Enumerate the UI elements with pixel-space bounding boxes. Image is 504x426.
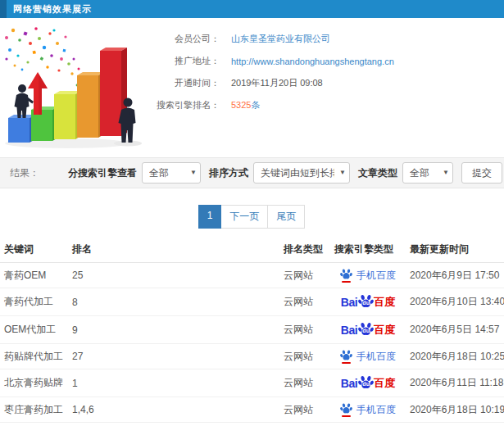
info-row-company: 会员公司： 山东皇圣堂药业有限公司	[154, 28, 504, 50]
mobile-baidu-badge: 手机百度	[340, 268, 396, 283]
baidu-logo: Baidu百度	[341, 374, 395, 392]
article-type-select-wrap: 全部 ▼	[402, 162, 453, 184]
keyword-cell: 药贴牌代加工	[0, 344, 68, 369]
baidu-paw-wrap: du	[358, 321, 374, 337]
table-row: 医疗器械厂家 4 云网站 Baidu百度 2020年5月29日 10:32	[0, 423, 504, 426]
open-time-value: 2019年11月20日 09:08	[231, 77, 323, 89]
page-1-button[interactable]: 1	[198, 205, 222, 229]
engine-cell: 手机百度	[330, 344, 406, 369]
next-page-button[interactable]: 下一页	[220, 205, 268, 229]
update-time-cell: 2020年6月5日 14:57	[406, 316, 504, 344]
baidu-cn-text: 百度	[374, 323, 395, 338]
keyword-cell: 膏药OEM	[0, 263, 68, 288]
rank-link[interactable]: 8	[68, 288, 279, 316]
filter-bar: 结果： 分搜索引擎查看 全部 ▼ 排序方式 关键词由短到长排序 ▼ 文章类型 全…	[0, 157, 504, 188]
growth-bar-chart-illustration	[0, 23, 152, 154]
last-page-button[interactable]: 尾页	[267, 205, 305, 229]
info-row-rank-count: 搜索引擎排名： 5325条	[154, 94, 504, 116]
submit-button[interactable]: 提交	[461, 162, 502, 184]
rank-type-cell: 云网站	[279, 263, 330, 288]
baidu-paw-wrap: du	[358, 374, 374, 390]
update-time-cell: 2020年6月10日 13:40	[406, 288, 504, 316]
keyword-cell: 膏药代加工	[0, 288, 68, 316]
engine-cell: Baidu百度	[330, 316, 406, 344]
mobile-baidu-icon	[340, 349, 352, 364]
update-time-cell: 2020年6月18日 10:19	[406, 397, 504, 423]
rank-link[interactable]: 9	[68, 316, 279, 344]
rank-count-label: 搜索引擎排名：	[154, 99, 220, 111]
rank-link[interactable]: 4	[68, 423, 279, 426]
baidu-paw-wrap: du	[358, 293, 374, 309]
keyword-cell: 医疗器械厂家	[0, 423, 68, 426]
open-time-label: 开通时间：	[154, 77, 220, 89]
header-keyword: 关键词	[0, 237, 68, 263]
engine-select[interactable]: 全部	[142, 162, 201, 184]
baidu-paw-icon	[340, 268, 352, 280]
engine-cell: Baidu百度	[330, 369, 406, 397]
engine-label: 手机百度	[356, 269, 396, 283]
results-table: 关键词 排名 排名类型 搜索引擎类型 最新更新时间 膏药OEM 25 云网站 手…	[0, 237, 504, 426]
article-type-label: 文章类型	[358, 166, 397, 180]
engine-select-wrap: 全部 ▼	[142, 162, 201, 184]
illustration-wrap	[0, 18, 154, 156]
table-row: 北京膏药贴牌 1 云网站 Baidu百度 2020年6月11日 11:18	[0, 369, 504, 397]
company-label: 会员公司：	[154, 33, 220, 45]
keyword-cell: OEM代加工	[0, 316, 68, 344]
baidu-du-text: du	[358, 381, 374, 387]
engine-cell: Baidu百度	[330, 423, 406, 426]
company-link[interactable]: 山东皇圣堂药业有限公司	[231, 33, 330, 45]
promo-url-link[interactable]: http://www.shandonghuangshengtang.cn	[231, 57, 394, 66]
keyword-cell: 北京膏药贴牌	[0, 369, 68, 397]
table-header-row: 关键词 排名 排名类型 搜索引擎类型 最新更新时间	[0, 237, 504, 263]
baidu-logo: Baidu百度	[341, 321, 395, 338]
rank-type-cell: 云网站	[279, 423, 330, 426]
mobile-baidu-icon	[340, 402, 352, 417]
engine-cell: 手机百度	[330, 263, 406, 288]
baidu-bai-text: Bai	[341, 296, 357, 309]
baidu-paw-icon	[340, 349, 352, 361]
page-title: 网络营销效果展示	[13, 3, 92, 16]
mobile-baidu-icon	[340, 268, 352, 283]
rank-count-number: 5325	[231, 100, 251, 110]
rank-link[interactable]: 27	[68, 344, 279, 369]
rank-count-unit: 条	[251, 100, 260, 110]
baidu-red-underline	[342, 281, 351, 283]
rank-type-cell: 云网站	[279, 397, 330, 423]
info-row-url: 推广地址： http://www.shandonghuangshengtang.…	[154, 50, 504, 72]
rank-type-cell: 云网站	[279, 344, 330, 369]
info-row-open-time: 开通时间： 2019年11月20日 09:08	[154, 72, 504, 94]
engine-label: 手机百度	[356, 403, 396, 417]
engine-cell: Baidu百度	[330, 288, 406, 316]
update-time-cell: 2020年5月29日 10:32	[406, 423, 504, 426]
rank-link[interactable]: 1,4,6	[68, 397, 279, 423]
table-row: OEM代加工 9 云网站 Baidu百度 2020年6月5日 14:57	[0, 316, 504, 344]
rank-link[interactable]: 1	[68, 369, 279, 397]
rank-link[interactable]: 25	[68, 263, 279, 288]
sort-select[interactable]: 关键词由短到长排序	[253, 162, 350, 184]
baidu-cn-text: 百度	[374, 295, 395, 310]
baidu-red-underline	[342, 362, 351, 364]
member-info: 会员公司： 山东皇圣堂药业有限公司 推广地址： http://www.shand…	[154, 18, 504, 156]
pagination: 1 下一页 尾页	[0, 205, 504, 229]
result-label: 结果：	[10, 166, 39, 180]
rank-type-cell: 云网站	[279, 316, 330, 344]
engine-filter-label: 分搜索引擎查看	[68, 166, 137, 180]
title-bar-left-edge	[0, 0, 7, 18]
filter-group-engine: 分搜索引擎查看 全部 ▼	[68, 162, 201, 184]
engine-label: 手机百度	[356, 350, 396, 364]
keyword-cell: 枣庄膏药加工	[0, 397, 68, 423]
header-engine-type: 搜索引擎类型	[330, 237, 406, 263]
baidu-paw-icon	[340, 402, 352, 415]
baidu-red-underline	[342, 415, 351, 417]
sort-filter-label: 排序方式	[209, 166, 248, 180]
engine-cell: 手机百度	[330, 397, 406, 423]
article-type-select[interactable]: 全部	[402, 162, 453, 184]
update-time-cell: 2020年6月11日 11:18	[406, 369, 504, 397]
rank-type-cell: 云网站	[279, 369, 330, 397]
baidu-cn-text: 百度	[374, 376, 395, 391]
table-row: 膏药OEM 25 云网站 手机百度 2020年6月9日 17:50	[0, 263, 504, 288]
baidu-du-text: du	[358, 300, 374, 306]
rank-count-value: 5325条	[231, 99, 260, 111]
hero-section: 会员公司： 山东皇圣堂药业有限公司 推广地址： http://www.shand…	[0, 18, 504, 156]
update-time-cell: 2020年6月9日 17:50	[406, 263, 504, 288]
